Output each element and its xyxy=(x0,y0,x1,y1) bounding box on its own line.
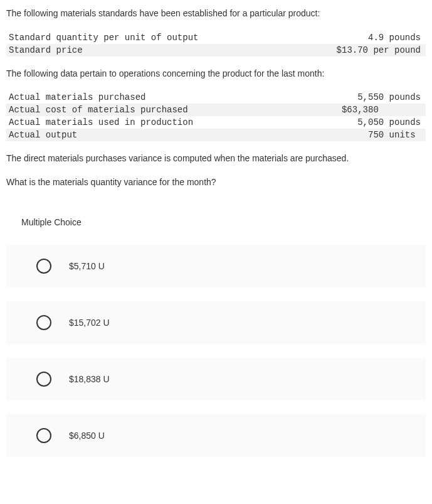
radio-icon[interactable] xyxy=(36,315,51,330)
actuals-table: Actual materials purchased 5,550 pounds … xyxy=(6,91,426,141)
table-row: Actual output 750 units xyxy=(6,129,426,141)
row-value: $13.70 per pound xyxy=(337,45,421,55)
option-label: $15,702 U xyxy=(69,318,110,328)
intro-text: The following materials standards have b… xyxy=(6,8,426,20)
standards-table: Standard quantity per unit of output 4.9… xyxy=(6,31,426,56)
mc-option[interactable]: $15,702 U xyxy=(6,301,426,344)
option-label: $5,710 U xyxy=(69,261,105,271)
row-label: Actual materials purchased xyxy=(9,92,145,102)
row-label: Actual output xyxy=(9,130,77,140)
row-value: 4.9 pounds xyxy=(368,33,421,43)
option-label: $6,850 U xyxy=(69,431,105,441)
mc-option[interactable]: $18,838 U xyxy=(6,358,426,400)
table-row: Actual cost of materials purchased $63,3… xyxy=(6,104,426,116)
mc-option[interactable]: $6,850 U xyxy=(6,414,426,457)
option-label: $18,838 U xyxy=(69,374,110,384)
table-row: Standard price $13.70 per pound xyxy=(6,44,426,56)
row-label: Standard price xyxy=(9,45,83,55)
row-value: 5,550 pounds xyxy=(357,92,421,102)
row-value: $63,380 xyxy=(342,105,421,115)
radio-icon[interactable] xyxy=(36,428,51,443)
radio-icon[interactable] xyxy=(36,259,51,274)
row-value: 5,050 pounds xyxy=(357,117,421,127)
data-intro-text: The following data pertain to operations… xyxy=(6,68,426,80)
row-label: Actual materials used in production xyxy=(9,117,193,127)
row-value: 750 units xyxy=(368,130,421,140)
mc-option[interactable]: $5,710 U xyxy=(6,245,426,287)
note-text: The direct materials purchases variance … xyxy=(6,153,426,165)
table-row: Standard quantity per unit of output 4.9… xyxy=(6,31,426,44)
radio-icon[interactable] xyxy=(36,372,51,387)
table-row: Actual materials purchased 5,550 pounds xyxy=(6,91,426,104)
question-text: What is the materials quantity variance … xyxy=(6,176,426,189)
multiple-choice-label: Multiple Choice xyxy=(6,206,426,245)
row-label: Actual cost of materials purchased xyxy=(9,105,188,115)
table-row: Actual materials used in production 5,05… xyxy=(6,116,426,129)
row-label: Standard quantity per unit of output xyxy=(9,33,198,43)
